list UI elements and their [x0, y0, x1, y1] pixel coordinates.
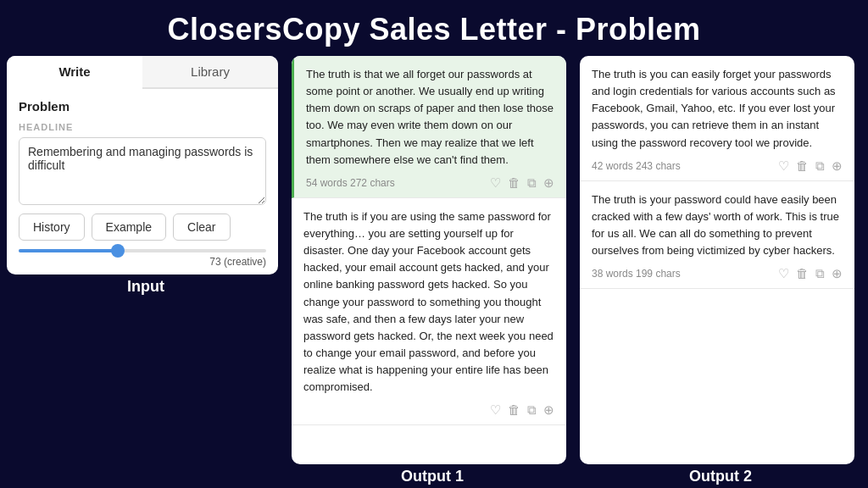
slider-track[interactable] — [19, 249, 266, 252]
output2-stats-1: 42 words 243 chars — [592, 160, 773, 172]
output1-meta-2: ♡ 🗑 ⧉ ⊕ — [303, 402, 554, 418]
output1-icons-2: ♡ 🗑 ⧉ ⊕ — [490, 402, 554, 418]
output2-panel: The truth is you can easily forget your … — [580, 56, 854, 464]
section-label: Problem — [19, 99, 266, 114]
plus-icon[interactable]: ⊕ — [543, 175, 554, 191]
example-button[interactable]: Example — [92, 214, 166, 241]
plus-icon-4[interactable]: ⊕ — [832, 266, 843, 281]
plus-icon-2[interactable]: ⊕ — [543, 402, 554, 418]
trash-icon-3[interactable]: 🗑 — [796, 158, 809, 174]
clear-button[interactable]: Clear — [173, 214, 230, 241]
output2-icons-1: ♡ 🗑 ⧉ ⊕ — [778, 158, 843, 174]
output2-card-2: The truth is your password could have ea… — [580, 181, 854, 290]
input-body: Problem HEADLINE History Example Clear 7… — [7, 89, 278, 274]
output2-text-2: The truth is your password could have ea… — [592, 191, 843, 260]
output2-card-1: The truth is you can easily forget your … — [580, 56, 854, 181]
output2-stats-2: 38 words 199 chars — [592, 268, 773, 280]
output2-text-1: The truth is you can easily forget your … — [592, 66, 843, 152]
button-row: History Example Clear — [19, 214, 266, 241]
input-label: Input — [7, 274, 285, 298]
output1-text-1: The truth is that we all forget our pass… — [306, 66, 554, 169]
slider-thumb[interactable] — [111, 244, 125, 258]
output2-scroll[interactable]: The truth is you can easily forget your … — [580, 56, 854, 464]
slider-value: 73 (creative) — [209, 256, 266, 268]
output1-label: Output 1 — [292, 464, 573, 488]
output1-scroll[interactable]: The truth is that we all forget our pass… — [292, 56, 566, 464]
output1-panel: The truth is that we all forget our pass… — [292, 56, 566, 464]
input-panel: Write Library Problem HEADLINE History E… — [7, 56, 278, 274]
history-button[interactable]: History — [19, 214, 85, 241]
output2-label: Output 2 — [580, 464, 861, 488]
copy-icon-4[interactable]: ⧉ — [815, 266, 825, 281]
output1-meta-1: 54 words 272 chars ♡ 🗑 ⧉ ⊕ — [306, 175, 554, 191]
headline-textarea[interactable] — [19, 137, 266, 205]
trash-icon-4[interactable]: 🗑 — [796, 266, 809, 281]
heart-icon[interactable]: ♡ — [490, 175, 501, 191]
page-title: ClosersCopy Sales Letter - Problem — [0, 0, 868, 56]
field-label: HEADLINE — [19, 122, 266, 132]
copy-icon-2[interactable]: ⧉ — [527, 402, 537, 418]
tab-library[interactable]: Library — [142, 56, 278, 87]
copy-icon[interactable]: ⧉ — [527, 175, 537, 191]
plus-icon-3[interactable]: ⊕ — [832, 158, 843, 174]
heart-icon-3[interactable]: ♡ — [778, 158, 789, 174]
trash-icon[interactable]: 🗑 — [508, 175, 520, 191]
trash-icon-2[interactable]: 🗑 — [508, 402, 520, 418]
heart-icon-2[interactable]: ♡ — [490, 402, 501, 418]
output1-card-1: The truth is that we all forget our pass… — [292, 56, 566, 198]
output1-text-2: The truth is if you are using the same p… — [303, 208, 554, 396]
input-column: Write Library Problem HEADLINE History E… — [7, 56, 285, 488]
output1-icons-1: ♡ 🗑 ⧉ ⊕ — [490, 175, 554, 191]
watermark: Kripesh Adwani — [782, 451, 853, 463]
slider-fill — [19, 249, 118, 252]
output2-icons-2: ♡ 🗑 ⧉ ⊕ — [778, 266, 843, 281]
output2-column: The truth is you can easily forget your … — [580, 56, 861, 488]
slider-container: 73 (creative) — [19, 249, 266, 268]
tab-write[interactable]: Write — [7, 56, 142, 89]
heart-icon-4[interactable]: ♡ — [778, 266, 789, 281]
output1-column: The truth is that we all forget our pass… — [292, 56, 573, 488]
output2-meta-2: 38 words 199 chars ♡ 🗑 ⧉ ⊕ — [592, 266, 843, 281]
output2-meta-1: 42 words 243 chars ♡ 🗑 ⧉ ⊕ — [592, 158, 843, 174]
tabs-row: Write Library — [7, 56, 278, 89]
output1-stats-1: 54 words 272 chars — [306, 177, 485, 189]
copy-icon-3[interactable]: ⧉ — [815, 158, 825, 174]
output1-card-2: The truth is if you are using the same p… — [292, 198, 566, 426]
